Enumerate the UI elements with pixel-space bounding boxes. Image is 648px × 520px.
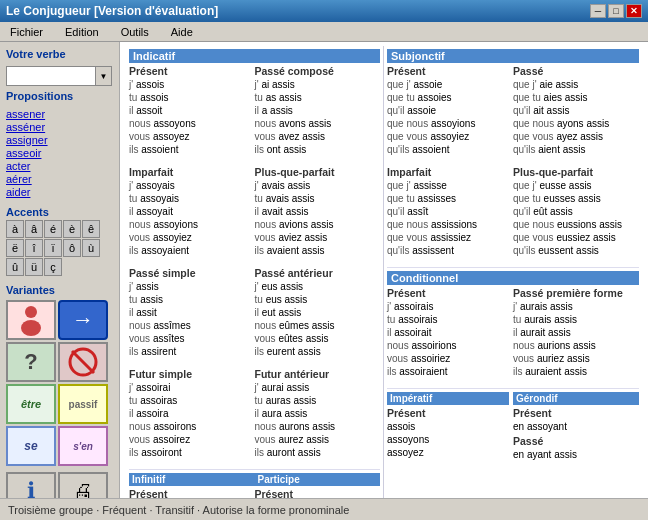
svg-point-0	[25, 306, 37, 318]
status-bar: Troisième groupe · Fréquent · Transitif …	[0, 498, 648, 520]
indicatif-pqp-block: Plus-que-parfait j' avais assis tu avais…	[255, 166, 381, 257]
indicatif-present-block: Présent j' assois tu assois il assoit no…	[129, 65, 255, 156]
status-text: Troisième groupe · Fréquent · Transitif …	[8, 504, 349, 516]
indicatif-passe-anterieur-title: Passé antérieur	[255, 267, 381, 279]
verb-dropdown-button[interactable]: ▼	[96, 66, 112, 86]
title-bar-text: Le Conjugueur [Version d'évaluation]	[6, 4, 218, 18]
votre-verbe-label: Votre verbe	[6, 48, 113, 60]
indicatif-futur-simple-title: Futur simple	[129, 368, 251, 380]
variante-se-btn[interactable]: se	[6, 426, 56, 466]
propositions-title: Propositions	[6, 90, 113, 102]
subjonctif-passe-block: Passé que j' aie assis que tu aies assis…	[513, 65, 639, 156]
conditionnel-passe-title: Passé première forme	[513, 287, 639, 299]
svg-point-1	[21, 320, 41, 336]
variante-sen-btn[interactable]: s'en	[58, 426, 108, 466]
accent-i-circ[interactable]: î	[25, 239, 43, 257]
indicatif-section: Indicatif Présent j' assois tu assois il…	[126, 46, 384, 498]
conditionnel-header: Conditionnel	[387, 271, 639, 285]
imperatif-present-title: Présent	[387, 407, 509, 419]
propositions-list: assener asséner assigner asseoir acter a…	[6, 108, 113, 198]
indicatif-passe-simple-title: Passé simple	[129, 267, 251, 279]
accent-e-acute[interactable]: é	[44, 220, 62, 238]
gerondif-header: Gérondif	[513, 392, 639, 405]
variante-arrow-btn[interactable]: →	[58, 300, 108, 340]
accent-u-circ[interactable]: û	[6, 258, 24, 276]
verb-input[interactable]	[6, 66, 96, 86]
variante-no-btn[interactable]	[58, 342, 108, 382]
main-area: Votre verbe ▼ Propositions assener assén…	[0, 42, 648, 498]
imperatif-section: Impératif Présent assois assoyons assoye…	[387, 392, 513, 461]
proposition-aerer[interactable]: aérer	[6, 173, 113, 185]
variantes-grid: → ? être passif se s'en	[6, 300, 113, 466]
close-button[interactable]: ✕	[626, 4, 642, 18]
menu-aide[interactable]: Aide	[165, 24, 199, 40]
proposition-asseoir[interactable]: asseoir	[6, 147, 113, 159]
person-icon	[17, 304, 45, 336]
accent-o-circ[interactable]: ô	[63, 239, 81, 257]
gerondif-passe-title: Passé	[513, 435, 639, 447]
accent-cedille[interactable]: ç	[44, 258, 62, 276]
indicatif-header: Indicatif	[129, 49, 380, 63]
indicatif-passe-anterieur-block: Passé antérieur j' eus assis tu eus assi…	[255, 267, 381, 358]
accent-e-grave[interactable]: è	[63, 220, 81, 238]
variante-etre-btn[interactable]: être	[6, 384, 56, 424]
subjonctif-imparfait-block: Imparfait que j' assisse que tu assisses…	[387, 166, 513, 257]
variante-passif-btn[interactable]: passif	[58, 384, 108, 424]
indicatif-pqp-title: Plus-que-parfait	[255, 166, 381, 178]
accent-i-diaer[interactable]: ï	[44, 239, 62, 257]
accent-a-grave[interactable]: à	[6, 220, 24, 238]
title-bar: Le Conjugueur [Version d'évaluation] ─ □…	[0, 0, 648, 22]
participe-present-title: Présent	[255, 488, 381, 498]
variantes-title: Variantes	[6, 284, 113, 296]
indicatif-passe-compose-title: Passé composé	[255, 65, 381, 77]
proposition-assener[interactable]: assener	[6, 108, 113, 120]
conditionnel-passe-block: Passé première forme j' aurais assis tu …	[513, 287, 639, 378]
conditionnel-present-title: Présent	[387, 287, 509, 299]
infinitif-present-title: Présent	[129, 488, 255, 498]
menu-edition[interactable]: Edition	[59, 24, 105, 40]
indicatif-futur-anterieur-title: Futur antérieur	[255, 368, 381, 380]
subjonctif-pqp-block: Plus-que-parfait que j' eusse assis que …	[513, 166, 639, 257]
variante-question-btn[interactable]: ?	[6, 342, 56, 382]
maximize-button[interactable]: □	[608, 4, 624, 18]
subjonctif-section: Subjonctif Présent que j' assoie que tu …	[387, 49, 639, 263]
accent-a-circ[interactable]: â	[25, 220, 43, 238]
menu-bar: Fichier Edition Outils Aide	[0, 22, 648, 42]
subjonctif-header: Subjonctif	[387, 49, 639, 63]
subjonctif-pqp-title: Plus-que-parfait	[513, 166, 639, 178]
indicatif-present-title: Présent	[129, 65, 251, 77]
subjonctif-imparfait-title: Imparfait	[387, 166, 509, 178]
accent-buttons: à â é è ê ë î ï ô ù û ü ç	[6, 220, 113, 276]
subjonctif-present-title: Présent	[387, 65, 509, 77]
indicatif-imparfait-title: Imparfait	[129, 166, 251, 178]
proposition-assigner[interactable]: assigner	[6, 134, 113, 146]
accents-title: Accents	[6, 206, 113, 218]
menu-outils[interactable]: Outils	[115, 24, 155, 40]
participe-header: Participe	[255, 473, 381, 486]
infinitif-header: Infinitif	[129, 473, 255, 486]
variante-person-btn[interactable]	[6, 300, 56, 340]
menu-fichier[interactable]: Fichier	[4, 24, 49, 40]
conjugation-panel: Indicatif Présent j' assois tu assois il…	[120, 42, 648, 498]
proposition-aider[interactable]: aider	[6, 186, 113, 198]
conditionnel-present-block: Présent j' assoirais tu assoirais il ass…	[387, 287, 513, 378]
indicatif-futur-simple-block: Futur simple j' assoirai tu assoiras il …	[129, 368, 255, 459]
accent-u-diaer[interactable]: ü	[25, 258, 43, 276]
accent-e-diaer[interactable]: ë	[6, 239, 24, 257]
indicatif-imparfait-block: Imparfait j' assoyais tu assoyais il ass…	[129, 166, 255, 257]
left-panel: Votre verbe ▼ Propositions assener assén…	[0, 42, 120, 498]
conditionnel-section: Conditionnel Présent j' assoirais tu ass…	[387, 267, 639, 384]
accent-u-grave[interactable]: ù	[82, 239, 100, 257]
subjonctif-passe-title: Passé	[513, 65, 639, 77]
proposition-acter[interactable]: acter	[6, 160, 113, 172]
right-column: Subjonctif Présent que j' assoie que tu …	[384, 46, 642, 498]
minimize-button[interactable]: ─	[590, 4, 606, 18]
accent-e-circ[interactable]: ê	[82, 220, 100, 238]
imperatif-header: Impératif	[387, 392, 509, 405]
indicatif-futur-anterieur-block: Futur antérieur j' aurai assis tu auras …	[255, 368, 381, 459]
subjonctif-present-block: Présent que j' assoie que tu assoies qu'…	[387, 65, 513, 156]
proposition-assener2[interactable]: asséner	[6, 121, 113, 133]
title-bar-buttons: ─ □ ✕	[590, 4, 642, 18]
variantes-section: Variantes → ? être passif	[6, 284, 113, 466]
gerondif-section: Gérondif Présent en assoyant Passé en ay…	[513, 392, 639, 461]
